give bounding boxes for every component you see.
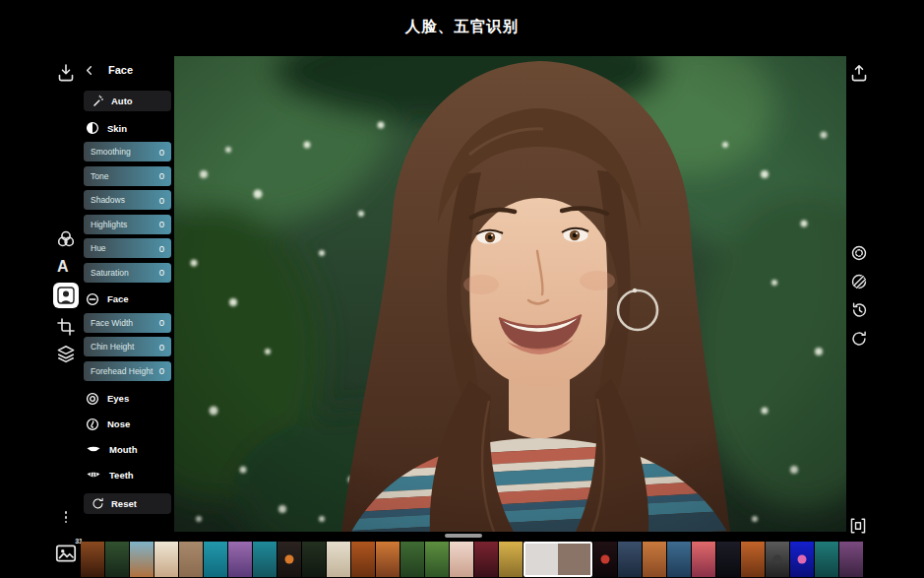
slider-hue[interactable]: Hue0 (84, 238, 171, 258)
crop-icon[interactable] (56, 317, 76, 337)
filmstrip-thumb[interactable] (179, 542, 203, 577)
filmstrip-thumb[interactable] (154, 542, 178, 577)
filmstrip-thumb[interactable] (130, 542, 154, 577)
nose-icon (86, 417, 99, 431)
filmstrip-scroll-handle[interactable] (445, 534, 482, 538)
filmstrip-thumb[interactable] (351, 542, 375, 577)
filmstrip (81, 541, 924, 578)
thumb-accent (285, 555, 294, 564)
reset-icon (92, 497, 104, 510)
photo-canvas[interactable] (174, 56, 846, 532)
filmstrip-thumb[interactable] (81, 542, 104, 577)
text-icon[interactable]: A (57, 259, 69, 275)
filmstrip-thumb[interactable] (302, 542, 326, 577)
gallery-icon[interactable]: 31 (53, 541, 81, 568)
slider-saturation[interactable]: Saturation0 (84, 263, 171, 283)
filmstrip-thumb[interactable] (815, 542, 838, 577)
undo-icon[interactable] (850, 330, 868, 348)
teeth-icon (86, 471, 101, 481)
filmstrip-thumb[interactable] (105, 542, 129, 577)
filmstrip-thumb[interactable] (839, 542, 863, 577)
mouth-icon (86, 445, 101, 455)
portrait-photo (174, 56, 846, 532)
filmstrip-thumb[interactable] (692, 542, 715, 577)
page-title: 人脸、五官识别 (0, 17, 924, 37)
canvas-icon[interactable] (848, 516, 868, 536)
filmstrip-thumb[interactable] (376, 542, 400, 577)
filmstrip-thumb[interactable] (450, 542, 473, 577)
panel-header[interactable]: Face (84, 61, 171, 79)
filmstrip-thumb[interactable] (643, 542, 666, 577)
download-icon[interactable] (55, 62, 77, 84)
history-icon[interactable] (850, 301, 868, 319)
filmstrip-thumb[interactable] (474, 542, 498, 577)
face-outline-icon (86, 292, 99, 306)
filmstrip-thumb[interactable] (741, 542, 765, 577)
filmstrip-thumb[interactable] (618, 542, 642, 577)
filmstrip-thumb[interactable] (204, 542, 227, 577)
face-section-header[interactable]: Face (86, 291, 171, 307)
filmstrip-thumb[interactable] (499, 542, 523, 577)
filmstrip-thumb[interactable] (253, 542, 277, 577)
filmstrip-thumb[interactable] (790, 542, 814, 577)
slider-face-width[interactable]: Face Width0 (84, 313, 171, 333)
filmstrip-thumb[interactable] (593, 542, 617, 577)
filmstrip-thumb[interactable] (277, 542, 301, 577)
filmstrip-thumb[interactable] (228, 542, 252, 577)
half-circle-icon (86, 121, 99, 135)
slider-highlights[interactable]: Highlights0 (84, 215, 171, 234)
face-tool-icon[interactable] (53, 283, 79, 308)
filmstrip-thumb[interactable] (400, 542, 424, 577)
filmstrip-thumb-selected[interactable] (524, 542, 592, 577)
filters-icon[interactable] (55, 228, 77, 250)
filmstrip-thumb[interactable] (425, 542, 449, 577)
thumb-accent (601, 555, 610, 564)
chevron-left-icon (84, 65, 94, 76)
filmstrip-thumb[interactable] (716, 542, 740, 577)
slider-forehead-height[interactable]: Forehead Height0 (84, 361, 171, 381)
face-panel: Face Auto Skin Smoothing0 Tone0 Shadows0… (84, 61, 171, 514)
eyes-icon (86, 392, 99, 406)
slider-smoothing[interactable]: Smoothing0 (84, 142, 171, 161)
slider-shadows[interactable]: Shadows0 (84, 190, 171, 210)
skin-section-header[interactable]: Skin (86, 120, 171, 136)
wand-icon (92, 95, 104, 107)
slider-chin-height[interactable]: Chin Height0 (84, 337, 171, 356)
nose-section-header[interactable]: Nose (86, 417, 171, 432)
eyes-section-header[interactable]: Eyes (86, 391, 171, 407)
split-preview-icon[interactable] (850, 273, 868, 290)
thumb-accent (773, 555, 782, 564)
layers-icon[interactable] (55, 343, 77, 364)
panel-title: Face (108, 64, 133, 76)
reset-button[interactable]: Reset (84, 493, 171, 514)
compare-icon[interactable] (850, 244, 868, 262)
thumb-accent (798, 555, 807, 564)
export-icon[interactable] (848, 62, 870, 84)
filmstrip-thumb[interactable] (766, 542, 789, 577)
mouth-section-header[interactable]: Mouth (86, 442, 171, 458)
slider-tone[interactable]: Tone0 (84, 166, 171, 186)
auto-button[interactable]: Auto (84, 91, 171, 111)
filmstrip-thumb[interactable] (327, 542, 350, 577)
more-icon[interactable] (61, 509, 71, 526)
teeth-section-header[interactable]: Teeth (86, 468, 171, 483)
filmstrip-thumb[interactable] (667, 542, 691, 577)
